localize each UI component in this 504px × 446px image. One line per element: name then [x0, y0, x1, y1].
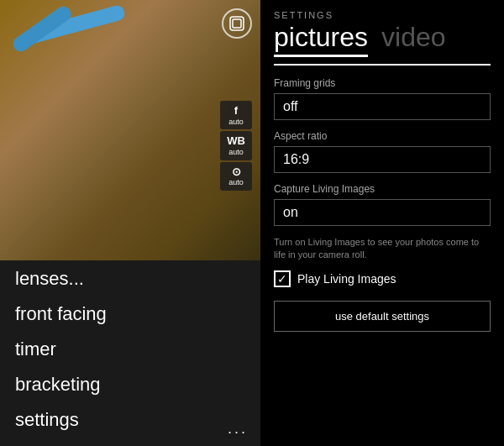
play-living-label: Play Living Images: [297, 272, 396, 286]
tab-video[interactable]: video: [381, 22, 446, 53]
settings-heading: SETTINGS: [274, 10, 491, 20]
focus-control[interactable]: ⊙ auto: [220, 162, 252, 191]
menu-item-timer[interactable]: timer: [15, 332, 245, 367]
menu-item-front-facing[interactable]: front facing: [15, 296, 245, 332]
aspect-ratio-label: Aspect ratio: [274, 130, 491, 142]
camera-mode-button[interactable]: [222, 8, 252, 39]
menu-item-settings[interactable]: settings: [15, 402, 245, 438]
living-images-description: Turn on Living Images to see your photos…: [274, 236, 491, 262]
framing-grids-value[interactable]: off: [274, 93, 491, 120]
menu-items: lenses... front facing timer bracketing …: [0, 253, 260, 446]
use-default-settings-button[interactable]: use default settings: [274, 301, 491, 332]
flash-control[interactable]: f auto: [220, 101, 252, 129]
play-living-images-row[interactable]: ✓ Play Living Images: [274, 270, 491, 287]
svg-rect-1: [233, 19, 241, 28]
checkmark-icon: ✓: [277, 272, 287, 286]
left-panel: f auto WB auto ⊙ auto ... lenses... fron…: [0, 0, 260, 446]
capture-living-label: Capture Living Images: [274, 183, 491, 195]
tabs-row: pictures video: [274, 22, 491, 57]
menu-item-bracketing[interactable]: bracketing: [15, 367, 245, 402]
tab-divider: [274, 64, 491, 66]
capture-living-value[interactable]: on: [274, 199, 491, 226]
side-controls: f auto WB auto ⊙ auto: [220, 101, 252, 191]
aspect-ratio-value[interactable]: 16:9: [274, 146, 491, 173]
play-living-checkbox[interactable]: ✓: [274, 270, 291, 287]
wb-control[interactable]: WB auto: [220, 131, 252, 160]
right-panel: SETTINGS pictures video Framing grids of…: [260, 0, 504, 446]
tab-pictures[interactable]: pictures: [274, 22, 368, 57]
framing-grids-label: Framing grids: [274, 77, 491, 89]
cable-decoration: [25, 4, 127, 45]
menu-item-lenses[interactable]: lenses...: [15, 261, 245, 296]
